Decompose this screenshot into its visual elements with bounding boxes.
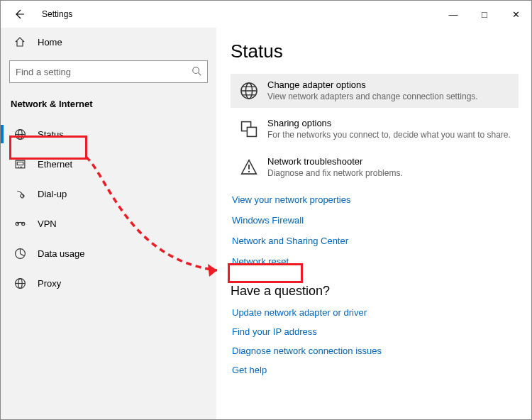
sidebar-section-header: Network & Internet	[9, 99, 208, 109]
titlebar: Settings — □ ✕	[1, 1, 531, 28]
option-desc: View network adapters and change connect…	[267, 92, 478, 101]
question-links: Update network adapter or driver Find yo…	[231, 307, 519, 375]
svg-point-24	[248, 171, 250, 172]
maximize-button[interactable]: □	[469, 4, 500, 25]
home-button[interactable]: Home	[9, 28, 208, 56]
svg-line-1	[199, 72, 201, 75]
network-troubleshooter[interactable]: Network troubleshooter Diagnose and fix …	[231, 150, 519, 184]
sidebar-item-label: Dial-up	[38, 189, 67, 199]
back-button[interactable]	[11, 6, 28, 23]
option-title: Sharing options	[267, 118, 511, 128]
sidebar-item-label: VPN	[38, 219, 57, 229]
sidebar-item-label: Proxy	[38, 278, 61, 289]
sharing-icon	[238, 118, 260, 140]
window-controls: — □ ✕	[438, 4, 531, 25]
sidebar-item-label: Ethernet	[38, 159, 72, 170]
search-placeholder: Find a setting	[16, 67, 192, 77]
option-title: Network troubleshooter	[267, 156, 403, 167]
close-icon: ✕	[512, 9, 520, 20]
sidebar-item-label: Status	[38, 129, 64, 140]
sidebar: Home Find a setting Network & Internet S…	[1, 28, 216, 419]
svg-rect-6	[17, 162, 23, 165]
link-get-help[interactable]: Get help	[231, 365, 519, 375]
svg-point-0	[193, 67, 199, 73]
datausage-icon	[12, 248, 28, 260]
link-list: View your network properties Windows Fir…	[231, 194, 519, 267]
link-windows-firewall[interactable]: Windows Firewall	[231, 215, 519, 226]
window-title: Settings	[42, 9, 72, 19]
sidebar-item-proxy[interactable]: Proxy	[9, 268, 208, 298]
sharing-options[interactable]: Sharing options For the networks you con…	[231, 112, 519, 146]
link-diagnose[interactable]: Diagnose network connection issues	[231, 346, 519, 356]
vpn-icon	[12, 218, 28, 230]
back-arrow-icon	[13, 9, 25, 20]
link-update-adapter[interactable]: Update network adapter or driver	[231, 307, 519, 318]
search-icon	[192, 66, 201, 78]
sidebar-item-dialup[interactable]: Dial-up	[9, 179, 208, 209]
troubleshooter-icon	[238, 156, 260, 179]
sidebar-item-status[interactable]: Status	[9, 119, 208, 149]
main-panel: Status Change adapter options View netwo…	[216, 28, 531, 419]
proxy-icon	[12, 277, 28, 289]
option-title: Change adapter options	[267, 79, 478, 90]
dialup-icon	[12, 188, 28, 200]
link-network-reset[interactable]: Network reset	[231, 256, 519, 267]
close-button[interactable]: ✕	[500, 4, 531, 25]
status-icon	[12, 128, 28, 140]
sidebar-item-vpn[interactable]: VPN	[9, 209, 208, 238]
link-view-properties[interactable]: View your network properties	[231, 194, 519, 205]
maximize-icon: □	[482, 9, 487, 20]
home-label: Home	[38, 37, 62, 48]
option-desc: For the networks you connect to, decide …	[267, 130, 511, 140]
link-find-ip[interactable]: Find your IP address	[231, 326, 519, 337]
sidebar-item-ethernet[interactable]: Ethernet	[9, 149, 208, 179]
sidebar-item-datausage[interactable]: Data usage	[9, 238, 208, 268]
globe-icon	[238, 79, 260, 102]
option-desc: Diagnose and fix network problems.	[267, 168, 403, 178]
minimize-icon: —	[449, 9, 458, 20]
question-title: Have a question?	[231, 284, 519, 299]
page-title: Status	[231, 40, 519, 62]
ethernet-icon	[12, 158, 28, 170]
svg-rect-22	[247, 127, 256, 136]
home-icon	[12, 36, 28, 48]
search-input[interactable]: Find a setting	[9, 60, 208, 83]
sidebar-item-label: Data usage	[38, 248, 85, 259]
minimize-button[interactable]: —	[438, 4, 469, 25]
link-sharing-center[interactable]: Network and Sharing Center	[231, 236, 519, 246]
change-adapter-options[interactable]: Change adapter options View network adap…	[231, 74, 519, 108]
content-area: Home Find a setting Network & Internet S…	[1, 28, 531, 419]
